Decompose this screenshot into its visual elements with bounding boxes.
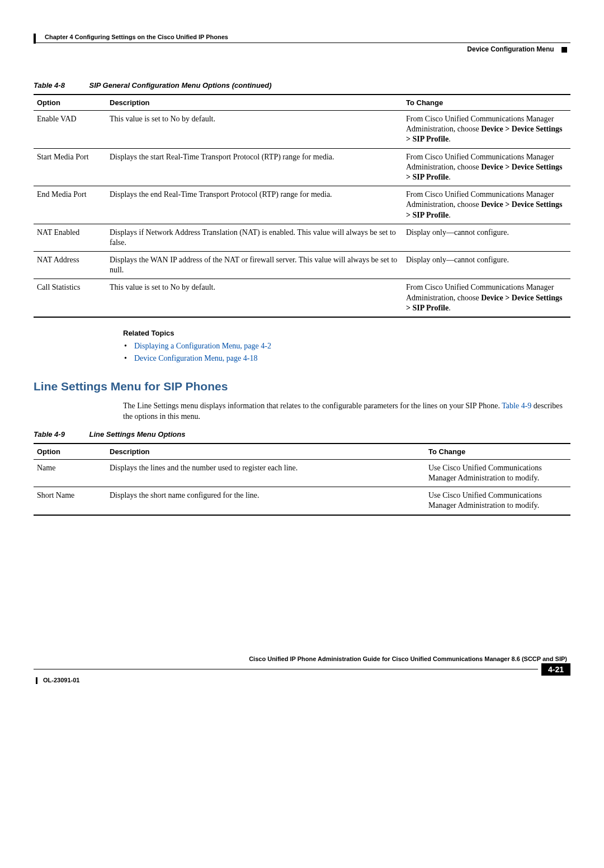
table-4-9-caption: Table 4-9 Line Settings Menu Options: [34, 430, 570, 438]
table-header: To Change: [403, 95, 570, 111]
table-row: NAT AddressDisplays the WAN IP address o…: [34, 252, 570, 279]
document-number: OL-23091-01: [36, 677, 570, 684]
option-cell: Short Name: [34, 487, 106, 515]
table-4-8: Option Description To Change Enable VADT…: [34, 94, 570, 318]
table-row: NAT EnabledDisplays if Network Address T…: [34, 224, 570, 251]
option-cell: NAT Address: [34, 252, 106, 279]
to-change-cell: Use Cisco Unified Communications Manager…: [425, 487, 570, 515]
table-row: NameDisplays the lines and the number us…: [34, 459, 570, 487]
table-4-9: Option Description To Change NameDisplay…: [34, 443, 570, 516]
related-topic-link[interactable]: Device Configuration Menu, page 4-18: [134, 354, 570, 363]
header-rule: [34, 43, 570, 43]
page-footer: Cisco Unified IP Phone Administration Gu…: [34, 655, 570, 684]
table-header: Description: [106, 444, 425, 460]
option-cell: Enable VAD: [34, 111, 106, 149]
related-topic-link[interactable]: Displaying a Configuration Menu, page 4-…: [134, 342, 570, 351]
description-cell: Displays the lines and the number used t…: [106, 459, 425, 487]
description-cell: Displays if Network Address Translation …: [106, 224, 403, 251]
table-row: End Media PortDisplays the end Real-Time…: [34, 186, 570, 224]
related-topics-list: Displaying a Configuration Menu, page 4-…: [134, 342, 570, 363]
table-header: Option: [34, 95, 106, 111]
chapter-header: Chapter 4 Configuring Settings on the Ci…: [45, 34, 570, 40]
description-cell: Displays the start Real-Time Transport P…: [106, 148, 403, 186]
to-change-cell: From Cisco Unified Communications Manage…: [403, 186, 570, 224]
table-reference-link[interactable]: Table 4-9: [502, 402, 531, 410]
section-header: Device Configuration Menu: [34, 45, 570, 53]
section-marker-icon: [561, 47, 567, 53]
to-change-cell: From Cisco Unified Communications Manage…: [403, 279, 570, 317]
table-4-8-title: SIP General Configuration Menu Options (…: [89, 81, 272, 89]
option-cell: NAT Enabled: [34, 224, 106, 251]
description-cell: Displays the short name configured for t…: [106, 487, 425, 515]
table-header: To Change: [425, 444, 570, 460]
table-4-8-label: Table 4-8: [34, 81, 87, 89]
table-4-8-caption: Table 4-8 SIP General Configuration Menu…: [34, 81, 570, 89]
description-cell: This value is set to No by default.: [106, 279, 403, 317]
footer-rule: [34, 669, 538, 669]
to-change-cell: Display only—cannot configure.: [403, 252, 570, 279]
guide-title: Cisco Unified IP Phone Administration Gu…: [34, 655, 570, 662]
section-header-text: Device Configuration Menu: [467, 45, 554, 53]
table-4-9-title: Line Settings Menu Options: [89, 430, 186, 438]
header-crop-mark: [34, 34, 36, 44]
table-row: Short NameDisplays the short name config…: [34, 487, 570, 515]
table-row: Start Media PortDisplays the start Real-…: [34, 148, 570, 186]
section-paragraph: The Line Settings menu displays informat…: [123, 401, 570, 422]
option-cell: Name: [34, 459, 106, 487]
option-cell: Start Media Port: [34, 148, 106, 186]
page-number: 4-21: [541, 663, 570, 676]
option-cell: Call Statistics: [34, 279, 106, 317]
description-cell: This value is set to No by default.: [106, 111, 403, 149]
to-change-cell: Use Cisco Unified Communications Manager…: [425, 459, 570, 487]
section-heading: Line Settings Menu for SIP Phones: [34, 380, 570, 393]
table-header: Option: [34, 444, 106, 460]
option-cell: End Media Port: [34, 186, 106, 224]
table-header: Description: [106, 95, 403, 111]
related-topics-heading: Related Topics: [123, 329, 570, 337]
to-change-cell: Display only—cannot configure.: [403, 224, 570, 251]
description-cell: Displays the end Real-Time Transport Pro…: [106, 186, 403, 224]
to-change-cell: From Cisco Unified Communications Manage…: [403, 148, 570, 186]
to-change-cell: From Cisco Unified Communications Manage…: [403, 111, 570, 149]
description-cell: Displays the WAN IP address of the NAT o…: [106, 252, 403, 279]
table-row: Enable VADThis value is set to No by def…: [34, 111, 570, 149]
para-text: The Line Settings menu displays informat…: [123, 402, 502, 410]
table-row: Call StatisticsThis value is set to No b…: [34, 279, 570, 317]
table-4-9-label: Table 4-9: [34, 430, 87, 438]
